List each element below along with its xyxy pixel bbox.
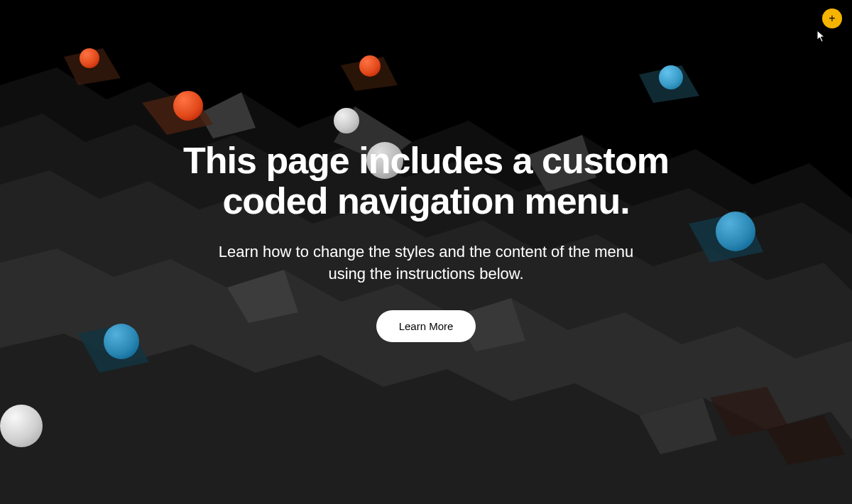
- plus-icon: +: [829, 13, 835, 24]
- hero-heading: This page includes a custom coded naviga…: [178, 141, 674, 221]
- hero-subheading: Learn how to change the styles and the c…: [199, 241, 653, 285]
- menu-toggle-button[interactable]: +: [822, 9, 842, 28]
- hero-section: This page includes a custom coded naviga…: [0, 0, 852, 504]
- learn-more-button[interactable]: Learn More: [376, 310, 476, 342]
